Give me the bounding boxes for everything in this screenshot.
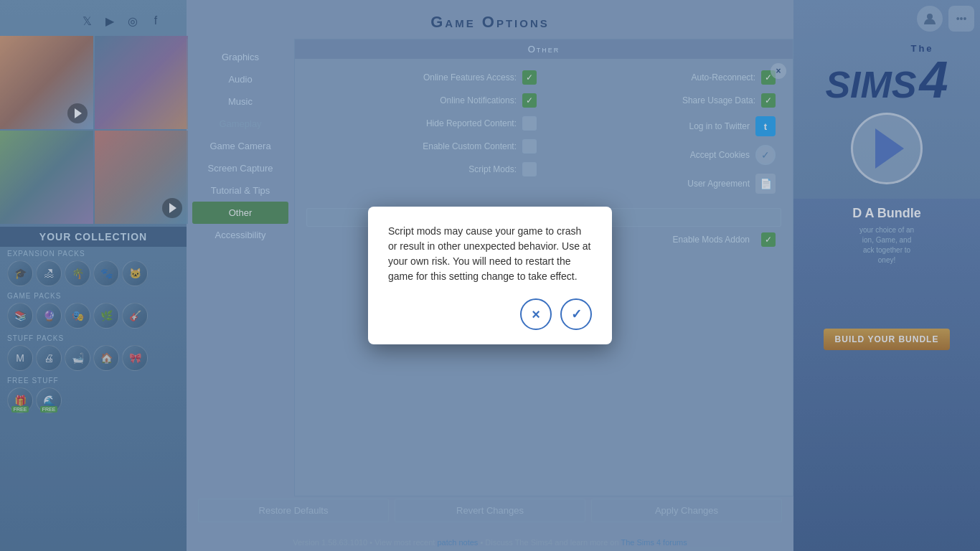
modal-container: Script mods may cause your game to crash… [0, 0, 980, 551]
modal-box: Script mods may cause your game to crash… [368, 207, 612, 344]
modal-cancel-button[interactable]: × [520, 298, 552, 330]
modal-buttons: × ✓ [388, 298, 592, 330]
cancel-x-icon: × [532, 306, 540, 323]
modal-message: Script mods may cause your game to crash… [388, 224, 592, 284]
modal-confirm-button[interactable]: ✓ [560, 298, 592, 330]
confirm-check-icon: ✓ [571, 306, 582, 322]
